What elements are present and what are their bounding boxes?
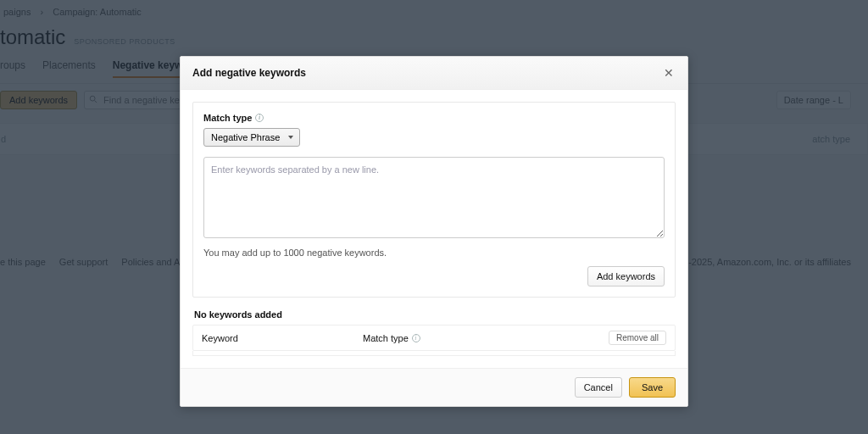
remove-all-button[interactable]: Remove all (609, 331, 666, 345)
close-icon[interactable]: ✕ (662, 65, 676, 81)
match-type-select[interactable]: Negative Phrase (203, 128, 300, 147)
cancel-button[interactable]: Cancel (575, 377, 622, 398)
modal-title: Add negative keywords (192, 67, 306, 79)
add-negative-keywords-modal: Add negative keywords ✕ Match type Negat… (180, 56, 688, 407)
keywords-table-body (192, 351, 676, 356)
match-type-select-wrap[interactable]: Negative Phrase (203, 128, 300, 147)
save-button[interactable]: Save (629, 377, 676, 398)
keyword-input-card: Match type Negative Phrase You may add u… (192, 102, 676, 298)
modal-overlay[interactable]: Add negative keywords ✕ Match type Negat… (0, 0, 868, 434)
keyword-limit-hint: You may add up to 1000 negative keywords… (203, 248, 665, 258)
col-keyword: Keyword (202, 333, 363, 343)
match-type-label: Match type (203, 113, 252, 123)
info-icon[interactable] (255, 114, 264, 122)
info-icon[interactable] (412, 334, 420, 342)
keywords-textarea[interactable] (203, 157, 665, 238)
no-keywords-heading: No keywords added (194, 309, 676, 320)
col-match-type: Match type (363, 333, 609, 343)
keywords-table-header: Keyword Match type Remove all (192, 325, 676, 351)
add-keywords-button[interactable]: Add keywords (587, 266, 665, 287)
